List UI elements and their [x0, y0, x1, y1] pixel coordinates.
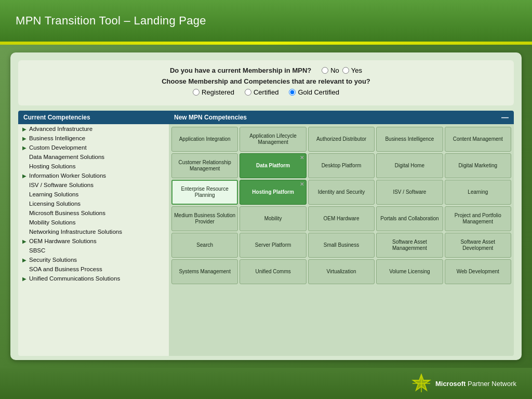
competency-cell[interactable]: Learning [445, 180, 511, 205]
right-panel: New MPN Competencies — Application Integ… [169, 111, 514, 356]
competency-cell-label: Unified Comms [255, 269, 290, 275]
competency-cell-label: Application Integration [179, 136, 231, 142]
left-item-label: OEM Hardware Solutions [29, 238, 97, 244]
membership-options: No Yes [322, 66, 362, 74]
left-panel-item[interactable]: ▶Business Intelligence [18, 134, 169, 143]
left-item-label: Microsoft Business Solutions [29, 210, 105, 216]
left-panel-item[interactable]: Networking Infrastructure Solutions [18, 227, 169, 236]
minimize-button[interactable]: — [501, 114, 509, 121]
left-panel-item[interactable]: ▶Information Worker Solutions [18, 171, 169, 180]
competency-cell[interactable]: Unified Comms [240, 259, 306, 284]
competency-cell[interactable]: Enterprise Resource Planning [171, 180, 238, 205]
expand-arrow-icon: ▶ [22, 136, 26, 141]
left-panel-item[interactable]: ▶Security Solutions [18, 255, 169, 264]
competency-cell[interactable]: Small Business [308, 233, 375, 258]
left-panel-item[interactable]: SOA and Business Process [18, 264, 169, 274]
competency-cell-label: Software Asset Development [447, 239, 509, 251]
left-panel-item[interactable]: ▶OEM Hardware Solutions [18, 236, 169, 246]
competency-cell[interactable]: ✕Hosting Platform [240, 180, 306, 205]
expand-arrow-icon: ▶ [22, 238, 26, 244]
left-item-label: SOA and Business Process [29, 266, 102, 272]
competency-cell[interactable]: ISV / Software [376, 180, 443, 205]
radio-yes[interactable] [342, 67, 349, 74]
option-yes[interactable]: Yes [342, 66, 362, 74]
competency-cell-label: OEM Hardware [324, 216, 360, 222]
left-item-label: Security Solutions [29, 257, 77, 263]
competency-cell-label: Content Management [453, 136, 503, 142]
competency-cell-label: Web Development [457, 269, 499, 275]
competency-cell[interactable]: Desktop Platform [308, 153, 375, 178]
competency-cell-label: Volume Licensing [389, 269, 430, 275]
competency-cell[interactable]: ✕Data Platform [240, 153, 306, 178]
competency-cell-label: Learning [468, 189, 488, 195]
option-certified[interactable]: Certified [245, 88, 278, 96]
left-panel-item[interactable]: Hosting Solutions [18, 162, 169, 171]
competency-cell[interactable]: Digital Marketing [445, 153, 511, 178]
competency-cell[interactable]: Virtualization [308, 259, 375, 284]
competency-cell[interactable]: Server Platform [240, 233, 306, 258]
competency-cell[interactable]: Web Development [445, 259, 511, 284]
competency-cell[interactable]: Digital Home [376, 153, 443, 178]
left-panel-item[interactable]: ▶Advanced Infrastructure [18, 124, 169, 134]
radio-no[interactable] [322, 67, 328, 74]
competency-cell[interactable]: Application Lifecycle Management [240, 127, 306, 152]
competency-cell[interactable]: Authorized Distributor [308, 127, 375, 152]
radio-certified[interactable] [245, 89, 251, 96]
competency-cell[interactable]: Business Intelligence [376, 127, 443, 152]
competency-cell-label: Software Asset Managemment [379, 239, 440, 251]
competency-cell[interactable]: Content Management [445, 127, 511, 152]
remove-selection-icon[interactable]: ✕ [300, 155, 304, 161]
microsoft-logo: Microsoft Partner Network [411, 374, 516, 393]
competency-cell[interactable]: Portals and Collaboration [376, 206, 443, 231]
radio-gold-certified[interactable] [289, 89, 296, 96]
radio-registered[interactable] [193, 89, 200, 96]
left-item-label: Networking Infrastructure Solutions [29, 229, 122, 235]
left-panel-item[interactable]: Licensing Solutions [18, 199, 169, 208]
competency-cell-label: Authorized Distributor [316, 136, 366, 142]
competency-cell-label: Mobility [264, 216, 282, 222]
option-registered[interactable]: Registered [193, 88, 234, 96]
left-panel: Current Competencies ▶Advanced Infrastru… [18, 111, 169, 356]
left-panel-item[interactable]: Microsoft Business Solutions [18, 208, 169, 218]
competency-cell[interactable]: Search [171, 233, 238, 258]
left-item-label: ISV / Software Solutions [29, 182, 94, 188]
competency-cell[interactable]: Project and Portfolio Management [445, 206, 511, 231]
competency-cell[interactable]: OEM Hardware [308, 206, 375, 231]
microsoft-logo-text: Microsoft Partner Network [435, 379, 516, 388]
option-gold-certified[interactable]: Gold Certified [289, 88, 339, 96]
option-no[interactable]: No [322, 66, 339, 74]
left-panel-item[interactable]: Data Management Solutions [18, 152, 169, 162]
competency-cell[interactable]: Software Asset Development [445, 233, 511, 258]
competency-cell-label: Customer Relationship Management [174, 159, 235, 172]
competency-cell-label: Digital Marketing [459, 163, 497, 169]
competency-cell[interactable]: Identity and Security [308, 180, 375, 205]
main-panel: Do you have a current Membership in MPN?… [10, 52, 522, 360]
competency-cell-label: Business Intelligence [385, 136, 434, 142]
competency-cell[interactable]: Application Integration [171, 127, 238, 152]
left-panel-item[interactable]: ISV / Software Solutions [18, 180, 169, 190]
form-section: Do you have a current Membership in MPN?… [18, 60, 514, 105]
competency-label-row: Choose Membership and Competencies that … [29, 77, 503, 85]
competency-cell-label: Application Lifecycle Management [242, 133, 303, 145]
right-panel-header: New MPN Competencies — [169, 111, 514, 124]
competency-cell[interactable]: Mobility [240, 206, 306, 231]
current-competencies-list: ▶Advanced Infrastructure▶Business Intell… [18, 124, 169, 283]
left-panel-item[interactable]: Mobility Solutions [18, 218, 169, 227]
competency-cell-label: Project and Portfolio Management [447, 212, 509, 225]
competency-cell[interactable]: Customer Relationship Management [171, 153, 238, 178]
competency-cell[interactable]: Systems Management [171, 259, 238, 284]
competency-question: Choose Membership and Competencies that … [162, 77, 370, 85]
right-panel-title: New MPN Competencies [174, 114, 247, 121]
left-panel-item[interactable]: SBSC [18, 246, 169, 255]
left-item-label: SBSC [29, 247, 45, 254]
competency-cell-label: Medium Business Solution Provider [174, 212, 235, 225]
left-panel-item[interactable]: ▶Unified Communications Solutions [18, 274, 169, 283]
remove-selection-icon[interactable]: ✕ [300, 181, 304, 188]
left-panel-item[interactable]: Learning Solutions [18, 190, 169, 199]
header-bar: MPN Transition Tool – Landing Page [0, 0, 532, 42]
competency-cell[interactable]: Medium Business Solution Provider [171, 206, 238, 231]
competency-cell[interactable]: Software Asset Managemment [376, 233, 443, 258]
competency-cell[interactable]: Volume Licensing [376, 259, 443, 284]
left-panel-item[interactable]: ▶Custom Development [18, 143, 169, 152]
page-title: MPN Transition Tool – Landing Page [16, 14, 206, 28]
